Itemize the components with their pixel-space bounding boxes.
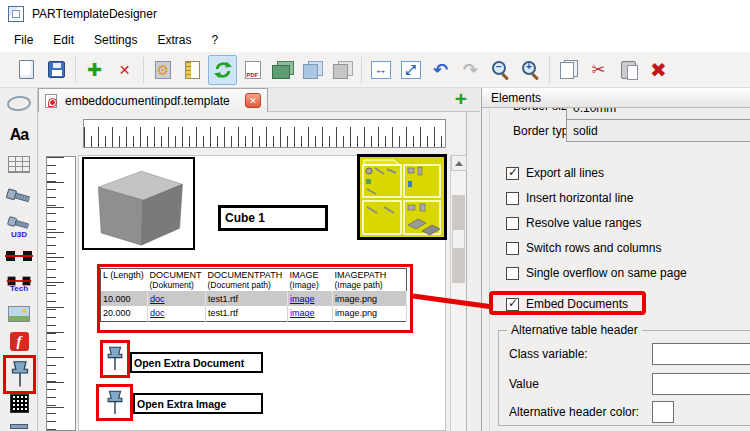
drawing-2d-tool[interactable] [0, 248, 38, 264]
paste-button[interactable] [614, 55, 643, 85]
horizontal-ruler [83, 119, 446, 148]
checkbox[interactable] [506, 242, 519, 255]
tab-bar: embeddocumentinpdf.template ✕ + [38, 88, 480, 112]
partial-tool[interactable] [0, 424, 38, 429]
fit-width-button[interactable]: ↔ [366, 55, 395, 85]
class-variable-input[interactable] [652, 343, 750, 365]
add-element-button[interactable]: ✚ [80, 55, 109, 85]
cube-image-element[interactable] [82, 157, 195, 250]
fit-width-icon: ↔ [371, 61, 391, 79]
value-input[interactable] [652, 373, 750, 395]
yellow-image-element[interactable] [357, 154, 447, 240]
vertical-ruler [46, 156, 76, 431]
option-label: Switch rows and columns [526, 241, 661, 255]
delete-element-button[interactable]: ✕ [110, 55, 139, 85]
title-bar: PARTtemplateDesigner [0, 0, 750, 28]
checkbox[interactable] [506, 298, 519, 311]
zoom-in-button[interactable]: + [516, 55, 545, 85]
menu-settings[interactable]: Settings [84, 30, 147, 50]
gray-squares-icon [333, 61, 353, 79]
alternative-header-color-picker[interactable] [652, 401, 674, 423]
pin-image-element[interactable] [96, 384, 133, 421]
duplicate-element-button[interactable] [298, 55, 327, 85]
checkbox[interactable] [506, 217, 519, 230]
elements-panel: Elements Border size: 0.10mm Border type… [481, 88, 750, 431]
table-tool[interactable] [0, 156, 38, 173]
pushpin-icon [8, 359, 32, 390]
toolbar-separator [75, 57, 76, 83]
cube-caption-element[interactable]: Cube 1 [218, 205, 328, 231]
checkbox[interactable] [506, 267, 519, 280]
cut-button[interactable]: ✂ [584, 55, 613, 85]
open-extra-document-button[interactable]: Open Extra Document [130, 352, 263, 373]
drawing-tech-tool[interactable]: Tech [0, 274, 38, 293]
remove-button[interactable]: ✖ [644, 55, 673, 85]
copy-button[interactable] [554, 55, 583, 85]
menu-extras[interactable]: Extras [147, 30, 201, 50]
tab-close-button[interactable]: ✕ [245, 93, 261, 108]
option-label: Resolve value ranges [526, 216, 641, 230]
option-label: Single overflow on same page [526, 266, 687, 280]
table-grid-icon [8, 156, 30, 173]
save-icon [48, 61, 65, 78]
screw-u3d-tool[interactable]: U3D [0, 214, 38, 239]
tab-active-template[interactable]: embeddocumentinpdf.template ✕ [38, 88, 268, 112]
add-tab-button[interactable]: + [450, 88, 472, 110]
export-pdf-button[interactable]: PDF [238, 55, 267, 85]
image-tool[interactable] [0, 306, 38, 322]
scrollbar-thumb[interactable] [452, 195, 465, 283]
option-embed-documents[interactable]: Embed Documents [506, 296, 628, 312]
option-resolve-value-ranges[interactable]: Resolve value ranges [506, 215, 641, 231]
fit-page-icon: ⤢ [401, 61, 421, 79]
group-title: Alternative table header [507, 323, 642, 337]
screw-3d-tool[interactable] [0, 186, 38, 208]
pin-tool[interactable] [3, 355, 36, 394]
border-type-field[interactable]: solid [566, 119, 750, 142]
zoom-out-button[interactable]: − [486, 55, 515, 85]
ellipse-icon [6, 95, 31, 112]
pushpin-icon [104, 388, 126, 418]
x-icon: ✕ [119, 62, 131, 78]
refresh-button[interactable] [208, 55, 237, 85]
pin-document-element[interactable] [100, 340, 130, 378]
plus-icon: ✚ [87, 61, 102, 79]
canvas-vertical-scrollbar[interactable] [450, 155, 466, 431]
option-single-overflow-on-same-page[interactable]: Single overflow on same page [506, 265, 687, 281]
export-image-button[interactable] [268, 55, 297, 85]
arrange-element-button[interactable] [328, 55, 357, 85]
clipboard-icon [621, 61, 636, 79]
scroll-up-icon[interactable] [451, 155, 467, 171]
qrcode-tool[interactable] [0, 394, 38, 413]
toolbar-separator [361, 57, 362, 83]
open-extra-image-button[interactable]: Open Extra Image [133, 393, 263, 414]
option-label: Export all lines [526, 166, 604, 180]
text-tool[interactable]: Aa [0, 126, 38, 144]
fit-page-button[interactable]: ⤢ [396, 55, 425, 85]
screw-icon [6, 186, 32, 208]
option-switch-rows-and-columns[interactable]: Switch rows and columns [506, 240, 661, 256]
checkbox[interactable] [506, 167, 519, 180]
settings-button[interactable] [148, 55, 177, 85]
toolbar-separator [549, 57, 550, 83]
new-template-button[interactable] [12, 55, 41, 85]
window-title: PARTtemplateDesigner [32, 7, 157, 21]
option-insert-horizontal-line[interactable]: Insert horizontal line [506, 190, 633, 206]
save-button[interactable] [42, 55, 71, 85]
text-aa-icon: Aa [10, 126, 28, 144]
page-setup-button[interactable] [178, 55, 207, 85]
tech-label: Tech [10, 284, 28, 293]
cube-3d-icon [86, 161, 191, 247]
undo-button[interactable]: ↶ [426, 55, 455, 85]
toolbar: ✚ ✕ PDF ↔ ⤢ ↶ ↷ − + ✂ ✖ [0, 52, 750, 88]
elements-panel-header[interactable]: Elements [482, 88, 750, 108]
redo-button[interactable]: ↷ [456, 55, 485, 85]
menu-help[interactable]: ? [201, 30, 228, 50]
flash-tool[interactable]: f [0, 332, 38, 351]
shape-tool[interactable] [0, 96, 38, 111]
menu-file[interactable]: File [4, 30, 43, 50]
menu-edit[interactable]: Edit [43, 30, 84, 50]
checkbox[interactable] [506, 192, 519, 205]
option-label: Embed Documents [526, 297, 628, 311]
option-export-all-lines[interactable]: Export all lines [506, 165, 604, 181]
images-icon [272, 61, 294, 79]
